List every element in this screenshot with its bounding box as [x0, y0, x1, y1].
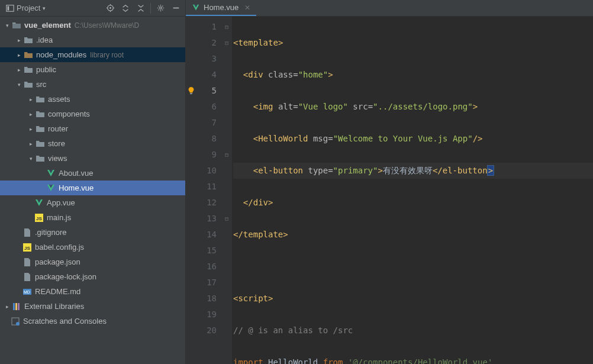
line-number: 16 — [186, 259, 217, 275]
code-line: </template> — [233, 227, 593, 243]
line-number: 6 — [186, 99, 217, 115]
folder-icon — [36, 124, 45, 134]
line-number: 19 — [186, 307, 217, 323]
chevron-down-icon[interactable] — [27, 155, 34, 162]
tree-item-views[interactable]: views — [0, 151, 185, 166]
tree-node-label: main.js — [47, 213, 71, 222]
vue-icon — [192, 4, 200, 12]
tree-node-label: package.json — [35, 257, 80, 266]
library-folder-icon — [24, 50, 33, 60]
chevron-down-icon[interactable] — [15, 81, 22, 88]
expand-all-icon[interactable] — [118, 1, 133, 15]
tree-node-label: assets — [48, 95, 70, 104]
line-number: 9 — [186, 147, 217, 163]
folder-icon — [24, 65, 33, 75]
line-number: 18 — [186, 291, 217, 307]
tree-node-label: About.vue — [59, 169, 94, 178]
project-tree[interactable]: vue_element C:\Users\WMware\D .idea node… — [0, 17, 186, 364]
folder-icon — [24, 36, 33, 45]
code-line: <div class="home"> — [233, 67, 593, 83]
folder-icon — [36, 109, 45, 119]
line-number: 7 — [186, 115, 217, 131]
chevron-right-icon[interactable] — [15, 51, 22, 59]
tree-root[interactable]: vue_element C:\Users\WMware\D — [0, 18, 185, 33]
code-content[interactable]: <template> <div class="home"> <img alt="… — [232, 17, 593, 364]
tree-item-src[interactable]: src — [0, 77, 185, 92]
fold-icon[interactable]: ⊟ — [221, 147, 232, 163]
svg-point-3 — [109, 7, 111, 9]
line-number: 11 — [186, 179, 217, 195]
tree-item-public[interactable]: public — [0, 62, 185, 77]
tree-item-package-lock[interactable]: package-lock.json — [0, 269, 185, 284]
tree-node-label: public — [36, 65, 56, 74]
line-gutter: 1 2 3 4 5 6 7 8 9 10 11 12 13 14 15 16 1… — [186, 17, 221, 364]
tree-item-package[interactable]: package.json — [0, 255, 185, 269]
tree-item-about-vue[interactable]: About.vue — [0, 166, 185, 181]
tree-item-babel[interactable]: JS babel.config.js — [0, 240, 185, 255]
chevron-right-icon[interactable] — [27, 96, 34, 103]
folder-icon — [12, 21, 21, 30]
tree-item-idea[interactable]: .idea — [0, 33, 185, 47]
chevron-right-icon[interactable] — [27, 140, 34, 147]
chevron-right-icon[interactable] — [15, 66, 22, 73]
tree-item-components[interactable]: components — [0, 107, 185, 121]
code-line: <template> — [233, 35, 593, 51]
folder-icon — [36, 95, 45, 104]
svg-text:MD: MD — [24, 290, 30, 294]
chevron-right-icon[interactable] — [27, 111, 34, 118]
tree-item-node-modules[interactable]: node_modules library root — [0, 47, 185, 62]
bulb-icon[interactable] — [187, 86, 195, 95]
code-line: <HelloWorld msg="Welcome to Your Vue.js … — [233, 131, 593, 147]
file-icon — [22, 228, 32, 237]
tree-scratches[interactable]: Scratches and Consoles — [0, 314, 185, 328]
line-number: 10 — [186, 163, 217, 179]
project-dropdown[interactable]: Project ▾ — [2, 2, 49, 14]
svg-text:JS: JS — [36, 216, 42, 221]
collapse-all-icon[interactable] — [134, 1, 148, 15]
tree-node-label: node_modules — [36, 50, 86, 59]
code-line: </div> — [233, 195, 593, 211]
js-icon: JS — [22, 243, 32, 252]
chevron-right-icon[interactable] — [27, 125, 34, 133]
tree-item-readme[interactable]: MD README.md — [0, 284, 185, 299]
chevron-down-icon[interactable] — [4, 22, 11, 29]
svg-rect-1 — [8, 6, 9, 10]
gear-icon[interactable] — [153, 1, 167, 15]
project-icon — [6, 4, 14, 12]
code-line: <script> — [233, 291, 593, 307]
fold-icon[interactable]: ⊟ — [221, 211, 232, 227]
project-label: Project — [17, 4, 40, 12]
fold-icon[interactable]: ⊟ — [221, 35, 232, 51]
fold-column: ⊟ ⊟ ⊟ ⊟ — [221, 17, 232, 364]
line-number: 2 — [186, 35, 217, 51]
tree-item-router[interactable]: router — [0, 121, 185, 136]
tree-item-store[interactable]: store — [0, 136, 185, 151]
line-number: 20 — [186, 323, 217, 339]
tab-label: Home.vue — [204, 3, 239, 12]
line-number: 12 — [186, 195, 217, 211]
tree-item-home-vue[interactable]: Home.vue — [0, 181, 185, 195]
hide-icon[interactable] — [169, 1, 183, 15]
tree-item-app-vue[interactable]: App.vue — [0, 195, 185, 210]
tab-home-vue[interactable]: Home.vue ✕ — [186, 0, 256, 16]
code-editor[interactable]: 1 2 3 4 5 6 7 8 9 10 11 12 13 14 15 16 1… — [186, 17, 593, 364]
vue-icon — [46, 183, 56, 193]
line-number: 17 — [186, 275, 217, 291]
tree-item-gitignore[interactable]: .gitignore — [0, 225, 185, 240]
tree-external-libraries[interactable]: External Libraries — [0, 299, 185, 314]
code-line: import HelloWorld from '@/components/Hel… — [233, 355, 593, 364]
chevron-right-icon[interactable] — [15, 37, 22, 44]
svg-rect-9 — [173, 8, 179, 9]
tree-item-mainjs[interactable]: JS main.js — [0, 210, 185, 225]
scratches-icon — [11, 317, 20, 326]
folder-icon — [36, 139, 45, 149]
tree-node-label: Home.vue — [59, 183, 94, 192]
tree-node-label: views — [48, 154, 67, 163]
tree-node-label: App.vue — [47, 198, 75, 207]
close-icon[interactable]: ✕ — [244, 4, 250, 12]
tree-item-assets[interactable]: assets — [0, 92, 185, 107]
locate-icon[interactable] — [103, 1, 117, 15]
chevron-right-icon[interactable] — [4, 303, 11, 310]
fold-icon[interactable]: ⊟ — [221, 19, 232, 35]
tree-node-label: .gitignore — [35, 228, 66, 237]
